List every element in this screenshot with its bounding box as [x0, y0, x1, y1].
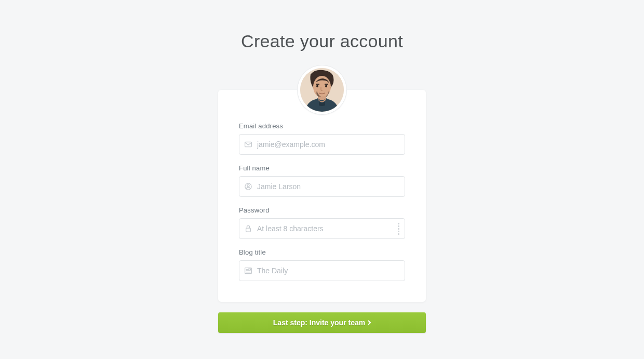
password-strength-indicator [398, 223, 405, 235]
signup-card: Email address Full name Password [218, 90, 426, 302]
name-input-wrapper [239, 176, 405, 197]
svg-rect-2 [316, 84, 319, 85]
svg-rect-9 [246, 228, 251, 232]
avatar-upload[interactable] [297, 65, 347, 115]
svg-rect-3 [325, 84, 328, 85]
blog-group: Blog title [239, 248, 405, 281]
name-label: Full name [239, 164, 405, 172]
name-field[interactable] [257, 177, 405, 196]
blog-label: Blog title [239, 248, 405, 256]
avatar-ring [297, 65, 347, 115]
svg-rect-6 [245, 142, 252, 147]
newspaper-icon [239, 267, 257, 274]
mail-icon [239, 141, 257, 148]
avatar [300, 68, 344, 112]
user-icon [239, 183, 257, 190]
email-group: Email address [239, 122, 405, 155]
signup-page: Create your account [0, 0, 644, 333]
blog-field[interactable] [257, 261, 405, 281]
lock-icon [239, 225, 257, 232]
submit-button[interactable]: Last step: Invite your team [218, 312, 426, 333]
password-input-wrapper [239, 218, 405, 239]
password-field[interactable] [257, 219, 398, 238]
email-label: Email address [239, 122, 405, 130]
svg-point-8 [247, 184, 249, 187]
email-field[interactable] [257, 135, 405, 154]
submit-label: Last step: Invite your team [273, 318, 365, 327]
password-label: Password [239, 206, 405, 214]
password-group: Password [239, 206, 405, 239]
email-input-wrapper [239, 134, 405, 155]
name-group: Full name [239, 164, 405, 197]
svg-point-4 [316, 85, 318, 87]
page-title: Create your account [241, 31, 403, 51]
blog-input-wrapper [239, 260, 405, 281]
chevron-right-icon [368, 318, 371, 327]
svg-point-5 [325, 85, 327, 87]
svg-rect-14 [249, 269, 251, 270]
